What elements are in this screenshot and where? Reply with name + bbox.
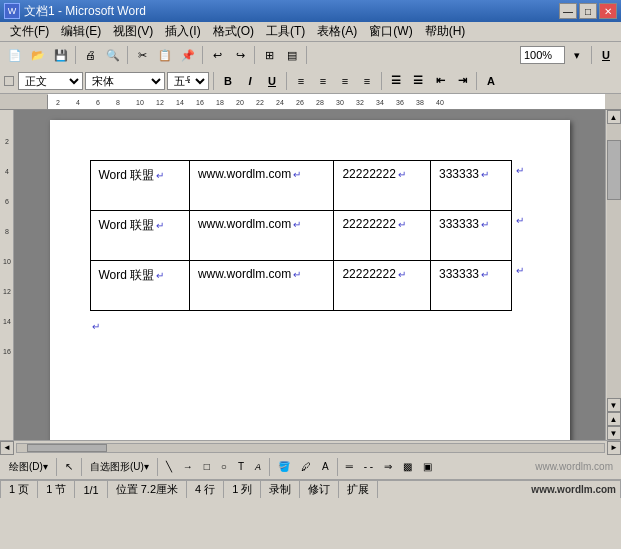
dash-style-btn[interactable]: - - (359, 457, 378, 477)
align-right-button[interactable]: ≡ (335, 72, 355, 90)
left-margin: 2 4 6 8 10 12 14 16 (0, 110, 14, 440)
menu-format[interactable]: 格式(O) (207, 22, 260, 41)
size-select[interactable]: 五号 (167, 72, 209, 90)
oval-tool[interactable]: ○ (216, 457, 232, 477)
font-color-btn2[interactable]: A (317, 457, 334, 477)
menu-file[interactable]: 文件(F) (4, 22, 55, 41)
3d-btn[interactable]: ▣ (418, 457, 437, 477)
close-button[interactable]: ✕ (599, 3, 617, 19)
svg-text:38: 38 (416, 99, 424, 106)
minimize-button[interactable]: — (559, 3, 577, 19)
maximize-button[interactable]: □ (579, 3, 597, 19)
font-select[interactable]: 宋体 (85, 72, 165, 90)
separator-2 (127, 46, 128, 64)
menu-edit[interactable]: 编辑(E) (55, 22, 107, 41)
font-color-button[interactable]: A (481, 72, 501, 90)
paste-button[interactable]: 📌 (177, 45, 199, 65)
arrow-tool[interactable]: → (178, 457, 198, 477)
line-color-btn[interactable]: 🖊 (296, 457, 316, 477)
align-left-button[interactable]: ≡ (291, 72, 311, 90)
undo-button[interactable]: ↩ (206, 45, 228, 65)
separator-7 (213, 72, 214, 90)
copy-button[interactable]: 📋 (154, 45, 176, 65)
redo-button[interactable]: ↪ (229, 45, 251, 65)
new-button[interactable]: 📄 (4, 45, 26, 65)
menu-tools[interactable]: 工具(T) (260, 22, 311, 41)
zoom-dropdown[interactable]: ▾ (566, 45, 588, 65)
scroll-down-button[interactable]: ▼ (607, 398, 621, 412)
menu-window[interactable]: 窗口(W) (363, 22, 418, 41)
status-bar: 1 页 1 节 1/1 位置 7.2厘米 4 行 1 列 录制 修订 扩展 ww… (0, 480, 621, 498)
h-scroll-thumb[interactable] (27, 444, 107, 452)
svg-text:14: 14 (3, 318, 11, 325)
style-select[interactable]: 正文 (18, 72, 83, 90)
cut-button[interactable]: ✂ (131, 45, 153, 65)
save-button[interactable]: 💾 (50, 45, 72, 65)
shadow-btn[interactable]: ▩ (398, 457, 417, 477)
paragraph-mark: ↵ (293, 219, 301, 230)
word-icon: W (4, 3, 20, 19)
scroll-right-button[interactable]: ► (607, 441, 621, 455)
status-col: 1 列 (224, 481, 261, 498)
table-cell-1-4: 333333↵ (430, 161, 511, 211)
indent-dec-button[interactable]: ⇤ (430, 72, 450, 90)
draw-label[interactable]: 绘图(D)▾ (4, 457, 53, 477)
separator-3 (202, 46, 203, 64)
menu-view[interactable]: 视图(V) (107, 22, 159, 41)
preview-button[interactable]: 🔍 (102, 45, 124, 65)
bold-button[interactable]: B (218, 72, 238, 90)
end-mark: ↵ (516, 165, 524, 176)
scroll-thumb[interactable] (607, 140, 621, 200)
italic-button[interactable]: I (240, 72, 260, 90)
align-center-button[interactable]: ≡ (313, 72, 333, 90)
menu-insert[interactable]: 插入(I) (159, 22, 206, 41)
scroll-next-page[interactable]: ▼ (607, 426, 621, 440)
underline-fmt-button[interactable]: U (262, 72, 282, 90)
scroll-left-button[interactable]: ◄ (0, 441, 14, 455)
num-list-button[interactable]: ☰ (408, 72, 428, 90)
separator-8 (286, 72, 287, 90)
table-cell-3-5: ↵ (511, 261, 529, 311)
scroll-up-button[interactable]: ▲ (607, 110, 621, 124)
columns-button[interactable]: ▤ (281, 45, 303, 65)
arrow-style-btn[interactable]: ⇒ (379, 457, 397, 477)
standard-toolbar: 📄 📂 💾 🖨 🔍 ✂ 📋 📌 ↩ ↪ ⊞ ▤ 100% ▾ U (0, 42, 621, 68)
textbox-tool[interactable]: T (233, 457, 249, 477)
svg-text:32: 32 (356, 99, 364, 106)
line-tool[interactable]: ╲ (161, 457, 177, 477)
table-row: Word 联盟↵ www.wordlm.com↵ 22222222↵ 33333… (90, 161, 529, 211)
end-mark: ↵ (516, 215, 524, 226)
fill-color-btn[interactable]: 🪣 (273, 457, 295, 477)
underline-button[interactable]: U (595, 45, 617, 65)
menu-bar: 文件(F) 编辑(E) 视图(V) 插入(I) 格式(O) 工具(T) 表格(A… (0, 22, 621, 42)
indent-inc-button[interactable]: ⇥ (452, 72, 472, 90)
table-row: Word 联盟↵ www.wordlm.com↵ 22222222↵ 33333… (90, 261, 529, 311)
autoshape-label[interactable]: 自选图形(U)▾ (85, 457, 154, 477)
menu-table[interactable]: 表格(A) (311, 22, 363, 41)
table-button[interactable]: ⊞ (258, 45, 280, 65)
line-style-btn[interactable]: ═ (341, 457, 358, 477)
wordart-tool[interactable]: A (250, 457, 266, 477)
scroll-track[interactable] (607, 124, 621, 398)
paragraph-mark: ↵ (156, 170, 164, 181)
bullet-list-button[interactable]: ☰ (386, 72, 406, 90)
svg-text:6: 6 (5, 198, 9, 205)
vertical-scrollbar[interactable]: ▲ ▼ ▲ ▼ (605, 110, 621, 440)
justify-button[interactable]: ≡ (357, 72, 377, 90)
rect-tool[interactable]: □ (199, 457, 215, 477)
print-button[interactable]: 🖨 (79, 45, 101, 65)
menu-help[interactable]: 帮助(H) (419, 22, 472, 41)
scroll-prev-page[interactable]: ▲ (607, 412, 621, 426)
svg-text:22: 22 (256, 99, 264, 106)
table-cell-3-3: 22222222↵ (334, 261, 431, 311)
table-cell-3-4: 333333↵ (430, 261, 511, 311)
draw-cursor[interactable]: ↖ (60, 457, 78, 477)
horizontal-scrollbar[interactable]: ◄ ► (0, 440, 621, 454)
paragraph-mark: ↵ (481, 219, 489, 230)
open-button[interactable]: 📂 (27, 45, 49, 65)
zoom-input[interactable]: 100% (520, 46, 565, 64)
svg-text:36: 36 (396, 99, 404, 106)
h-scroll-track[interactable] (16, 443, 605, 453)
style-indicator (4, 76, 14, 86)
separator-draw3 (157, 458, 158, 476)
